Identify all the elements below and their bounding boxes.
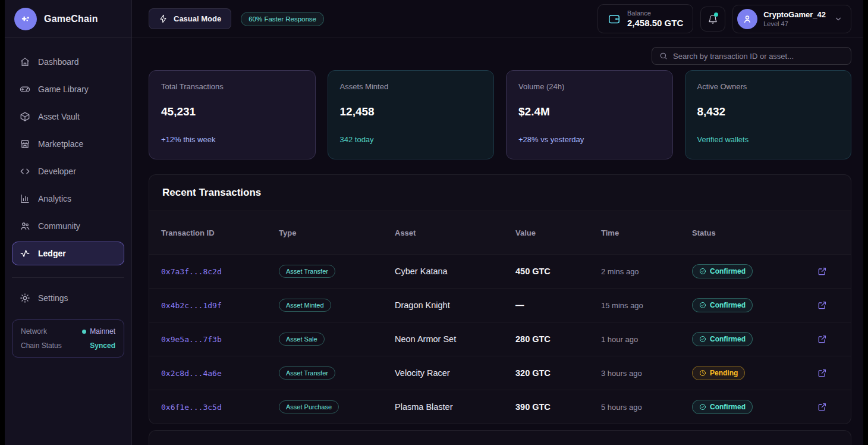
gamepad-icon xyxy=(20,84,30,95)
sidebar-item-label: Settings xyxy=(38,293,68,303)
sidebar: GameChain DashboardGame LibraryAsset Vau… xyxy=(5,0,132,445)
sidebar-item-community[interactable]: Community xyxy=(12,214,124,238)
transaction-id[interactable]: 0x9e5a...7f3b xyxy=(161,335,279,344)
transaction-id[interactable]: 0x4b2c...1d9f xyxy=(161,301,279,310)
balance-label: Balance xyxy=(627,10,683,17)
sidebar-item-dashboard[interactable]: Dashboard xyxy=(12,50,124,74)
next-section-partial xyxy=(149,430,851,445)
brand-header: GameChain xyxy=(5,0,131,38)
stat-label: Volume (24h) xyxy=(518,82,661,91)
sidebar-secondary: Settings Network Mainnet Chain Status Sy… xyxy=(5,269,131,358)
chain-status-label: Chain Status xyxy=(21,341,62,350)
notification-dot-icon xyxy=(714,12,718,17)
check-circle-icon xyxy=(699,268,706,275)
bolt-icon xyxy=(159,14,168,23)
transaction-id[interactable]: 0x7a3f...8c2d xyxy=(161,267,279,276)
sidebar-item-asset-vault[interactable]: Asset Vault xyxy=(12,105,124,129)
transaction-id[interactable]: 0x2c8d...4a6e xyxy=(161,369,279,378)
column-header-status: Status xyxy=(692,228,805,237)
avatar xyxy=(737,9,757,29)
external-link-icon[interactable] xyxy=(817,368,827,378)
sidebar-item-settings[interactable]: Settings xyxy=(12,286,124,310)
speed-badge: 60% Faster Response xyxy=(241,12,324,26)
user-profile-menu[interactable]: CryptoGamer_42 Level 47 xyxy=(732,5,851,33)
external-link-icon[interactable] xyxy=(817,334,827,344)
type-badge: Asset Purchase xyxy=(279,400,339,413)
stat-label: Total Transactions xyxy=(161,82,303,91)
transaction-value: 320 GTC xyxy=(515,368,601,378)
ledger-icon xyxy=(20,248,30,259)
column-header-type: Type xyxy=(279,228,395,237)
search-input[interactable] xyxy=(673,52,844,61)
stat-value: 8,432 xyxy=(697,105,839,118)
type-badge: Asset Sale xyxy=(279,333,325,346)
stat-card-assets-minted: Assets Minted12,458342 today xyxy=(328,70,495,159)
transactions-table-body: 0x7a3f...8c2dAsset TransferCyber Katana4… xyxy=(149,254,851,424)
chevron-down-icon xyxy=(834,15,842,23)
stat-value: $2.4M xyxy=(518,105,661,118)
sidebar-item-label: Game Library xyxy=(38,84,89,94)
check-circle-icon xyxy=(699,403,706,410)
main-column: Casual Mode 60% Faster Response Balance … xyxy=(132,0,863,445)
sidebar-item-label: Ledger xyxy=(38,249,66,258)
topbar-right: Balance 2,458.50 GTC CryptoGamer_42 Leve… xyxy=(597,4,851,33)
transaction-value: 390 GTC xyxy=(515,402,601,412)
content-area: Total Transactions45,231+12% this weekAs… xyxy=(132,38,863,445)
external-link-icon[interactable] xyxy=(817,300,827,310)
sidebar-nav: DashboardGame LibraryAsset VaultMarketpl… xyxy=(5,38,131,269)
transaction-time: 1 hour ago xyxy=(601,335,692,344)
sidebar-item-label: Community xyxy=(38,221,80,231)
cube-icon xyxy=(20,111,30,122)
network-status-card: Network Mainnet Chain Status Synced xyxy=(12,319,124,358)
transaction-row: 0x4b2c...1d9fAsset MintedDragon Knight—1… xyxy=(149,288,851,322)
external-link-icon[interactable] xyxy=(817,267,827,276)
person-icon xyxy=(742,14,753,24)
transactions-title: Recent Transactions xyxy=(162,187,838,199)
sidebar-item-label: Asset Vault xyxy=(38,112,80,121)
network-value: Mainnet xyxy=(82,327,115,336)
notifications-button[interactable] xyxy=(700,7,725,32)
left-edge xyxy=(0,0,5,445)
check-circle-icon xyxy=(699,336,706,343)
topbar-left: Casual Mode 60% Faster Response xyxy=(149,8,324,29)
balance-card[interactable]: Balance 2,458.50 GTC xyxy=(597,4,693,33)
transaction-row: 0x6f1e...3c5dAsset PurchasePlasma Blaste… xyxy=(149,390,851,424)
sidebar-item-ledger[interactable]: Ledger xyxy=(12,242,124,265)
sidebar-item-label: Dashboard xyxy=(38,57,79,67)
sidebar-item-marketplace[interactable]: Marketplace xyxy=(12,132,124,156)
column-header-value: Value xyxy=(515,228,601,237)
check-circle-icon xyxy=(699,302,706,309)
sidebar-item-analytics[interactable]: Analytics xyxy=(12,187,124,211)
status-badge: Confirmed xyxy=(692,298,753,312)
stat-value: 12,458 xyxy=(340,105,482,118)
sidebar-item-label: Developer xyxy=(38,167,76,176)
sidebar-item-game-library[interactable]: Game Library xyxy=(12,77,124,101)
gamechain-logo-icon xyxy=(14,8,37,30)
right-edge xyxy=(863,0,868,445)
transaction-value: 280 GTC xyxy=(515,334,601,344)
balance-value: 2,458.50 GTC xyxy=(627,18,683,28)
search-box xyxy=(652,47,851,65)
asset-name: Neon Armor Set xyxy=(395,334,515,344)
store-icon xyxy=(20,139,30,149)
chain-status-value: Synced xyxy=(90,341,115,350)
asset-name: Cyber Katana xyxy=(395,267,515,276)
stat-card-volume-24h: Volume (24h)$2.4M+28% vs yesterday xyxy=(506,70,673,159)
stat-subtext: Verified wallets xyxy=(697,135,839,144)
casual-mode-button[interactable]: Casual Mode xyxy=(149,8,231,29)
app-shell: GameChain DashboardGame LibraryAsset Vau… xyxy=(0,0,868,445)
transaction-row: 0x2c8d...4a6eAsset TransferVelocity Race… xyxy=(149,356,851,390)
transaction-value: 450 GTC xyxy=(515,267,601,276)
transaction-time: 3 hours ago xyxy=(601,369,692,378)
sidebar-item-label: Marketplace xyxy=(38,139,83,149)
transaction-id[interactable]: 0x6f1e...3c5d xyxy=(161,403,279,412)
external-link-icon[interactable] xyxy=(817,402,827,412)
status-badge: Pending xyxy=(692,366,745,380)
stat-label: Active Owners xyxy=(697,82,839,91)
type-badge: Asset Minted xyxy=(279,299,331,312)
network-label: Network xyxy=(21,327,47,336)
column-header-transaction-id: Transaction ID xyxy=(161,228,279,237)
status-badge: Confirmed xyxy=(692,400,753,414)
stat-subtext: 342 today xyxy=(340,135,482,144)
sidebar-item-developer[interactable]: Developer xyxy=(12,159,124,183)
